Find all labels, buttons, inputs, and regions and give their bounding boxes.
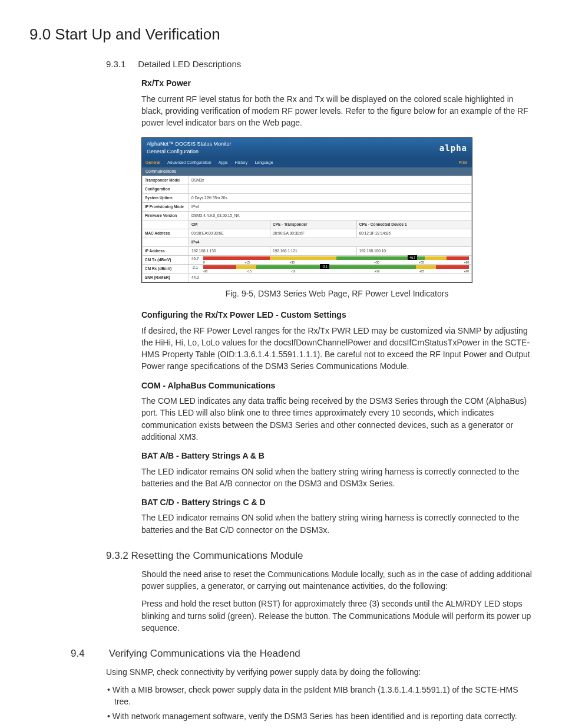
row-label: Firmware Version [143, 212, 189, 220]
row-label: IP Address [143, 247, 189, 256]
communications-bar: Communications [142, 167, 472, 176]
row-label: Configuration [143, 185, 189, 194]
list-item: With a MIB browser, check power supply d… [106, 684, 533, 708]
row-value: IPv4 [189, 203, 472, 212]
section-number: 9.3.2 [106, 550, 128, 561]
list-item: With network management software, verify… [106, 710, 533, 722]
tab-history[interactable]: History [232, 158, 252, 167]
bat-cd-heading: BAT C/D - Battery Strings C & D [141, 496, 533, 508]
alpha-logo: alpha [439, 142, 467, 154]
cell: 192.168.1.130 [189, 247, 270, 256]
figure-caption: Fig. 9-5, DSM3 Series Web Page, RF Power… [141, 288, 533, 299]
tab-language[interactable]: Language [251, 158, 276, 167]
row-value: 44.0 [189, 274, 472, 282]
verify-bullets: With a MIB browser, check power supply d… [106, 684, 533, 722]
cell: 00:12:3F:22:14:B5 [356, 229, 471, 238]
row-value [189, 185, 472, 194]
bat-cd-body: The LED indicator remains ON solid when … [141, 512, 533, 536]
screenshot-header: AlphaNet™ DOCSIS Status Monitor General … [142, 138, 472, 158]
print-link[interactable]: Print [455, 158, 472, 167]
section-9-3-1-heading: 9.3.1 Detailed LED Descriptions [106, 58, 533, 71]
section-title-text: Detailed LED Descriptions [138, 59, 241, 69]
row-label: System Uptime [143, 194, 189, 203]
row-label: CM Rx (dBmV) [143, 265, 189, 274]
rx-power-bar: -2.1 -20-15-12+12+15+20 [203, 265, 469, 273]
ipv4-subhead: IPv4 [189, 238, 472, 247]
app-subtitle: General Configuration [147, 148, 232, 156]
row-label: SNR (RxMER) [143, 274, 189, 282]
com-heading: COM - AlphaBus Communications [141, 380, 533, 391]
section-number: 9.3.1 [106, 58, 135, 71]
tab-advanced[interactable]: Advanced Configuration [164, 158, 215, 167]
bat-ab-heading: BAT A/B - Battery Strings A & B [141, 450, 533, 462]
section-9-4-heading: 9.4 Verifying Communications via the Hea… [71, 647, 533, 661]
config-rxtx-heading: Configuring the Rx/Tx Power LED - Custom… [141, 309, 533, 321]
row-value: DSM3x [189, 176, 472, 185]
rx-marker: -2.1 [320, 264, 329, 269]
cell: 00:90:EA:00:30:6F [270, 229, 357, 238]
tx-marker: 46.7 [408, 255, 417, 260]
tx-power-bar: 46.7 0+15+30+50+55+60 [203, 256, 469, 264]
com-body: The COM LED indicates any data traffic b… [141, 395, 533, 443]
row-value: DSM3-4.4.9.0_03.00.15_NA [189, 212, 472, 220]
col-header: CPE - Connected Device 1 [356, 220, 471, 229]
config-rxtx-body: If desired, the RF Power Level ranges fo… [141, 325, 533, 373]
status-table: Transponder ModelDSM3x Configuration Sys… [142, 176, 472, 282]
section-number: 9.4 [71, 647, 106, 661]
row-label: MAC Address [143, 229, 189, 238]
rxtx-power-heading: Rx/Tx Power [141, 77, 533, 89]
rxtx-power-body: The current RF level status for both the… [141, 93, 533, 129]
reset-p1: Should the need arise to reset the Commu… [141, 568, 533, 592]
app-title: AlphaNet™ DOCSIS Status Monitor [147, 140, 232, 148]
verify-intro: Using SNMP, check connectivity by verify… [106, 666, 533, 678]
rx-value: -2.1 [191, 265, 203, 270]
web-page-screenshot: AlphaNet™ DOCSIS Status Monitor General … [141, 137, 472, 283]
row-label: IP Provisioning Mode [143, 203, 189, 212]
cell: 00:90:EA:00:30:6E [189, 229, 270, 238]
bat-ab-body: The LED indicator remains ON solid when … [141, 466, 533, 490]
page-title: 9.0 Start Up and Verification [29, 24, 533, 46]
section-title-text: Verifying Communications via the Headend [109, 648, 300, 659]
tx-value: 46.7 [191, 256, 203, 261]
tab-general[interactable]: General [142, 158, 164, 167]
row-label: CM Tx (dBmV) [143, 256, 189, 265]
cell: 192.168.100.10 [356, 247, 471, 256]
col-header: CPE - Transponder [270, 220, 357, 229]
cell: 192.168.1.121 [270, 247, 357, 256]
row-label: Transponder Model [143, 176, 189, 185]
section-title-text: Resetting the Communications Module [131, 550, 303, 561]
nav-tabs: General Advanced Configuration Apps Hist… [142, 158, 472, 167]
section-9-3-2-heading: 9.3.2 Resetting the Communications Modul… [106, 549, 533, 564]
tab-apps[interactable]: Apps [215, 158, 232, 167]
col-header: CM [189, 220, 270, 229]
row-value: 0 Days 22H 35m 20s [189, 194, 472, 203]
reset-p2: Press and hold the reset button (RST) fo… [141, 598, 533, 634]
